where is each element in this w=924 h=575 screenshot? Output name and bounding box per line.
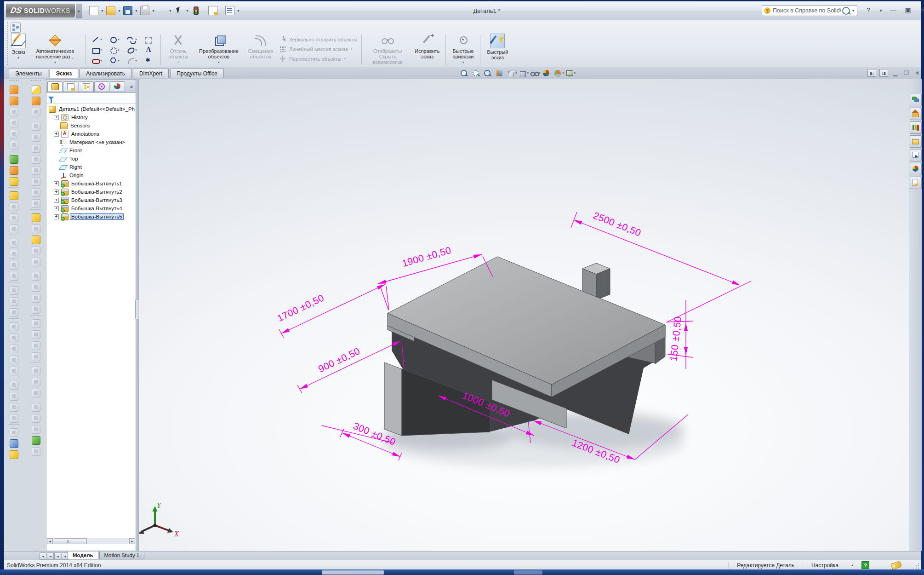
feature-tool-button[interactable] (30, 377, 41, 387)
dropdown-arrow-icon[interactable]: ▾ (236, 5, 241, 17)
feature-tool-button[interactable] (8, 165, 19, 176)
tree-item[interactable]: Top (46, 155, 136, 163)
quick-tips-icon[interactable]: ? (861, 561, 869, 569)
dimension-1700[interactable]: 1700 ±0,50 (275, 292, 325, 323)
polygon-tool[interactable]: ▾ (106, 55, 123, 66)
apply-scene[interactable]: ▾ (553, 69, 565, 78)
search-input[interactable]: Поиск в Справке по SolidWorks (773, 7, 841, 14)
feature-tool-button[interactable] (8, 129, 19, 139)
tree-item[interactable]: Annotations (46, 130, 136, 138)
command-tab[interactable]: Продукты Office (170, 69, 224, 78)
appearances-scenes[interactable] (910, 163, 922, 175)
tab-dimxpert-manager[interactable] (94, 81, 109, 92)
help-dropdown-icon[interactable]: ▾ (878, 5, 884, 15)
view-settings[interactable]: ▾ (565, 69, 576, 78)
panel-expand-chevron[interactable]: » (130, 84, 135, 89)
feature-tool-button[interactable] (8, 391, 19, 402)
feature-tool-button[interactable] (8, 213, 19, 223)
taskbar-item[interactable] (322, 570, 384, 575)
feature-tool-button[interactable] (30, 435, 41, 446)
zoom-to-area[interactable]: ▾ (472, 69, 483, 78)
dropdown-arrow-icon[interactable]: ▾ (562, 71, 564, 75)
tab-featuremanager-design-tree[interactable] (47, 81, 63, 92)
file-properties[interactable] (207, 5, 219, 17)
solidworks-resources[interactable] (910, 108, 922, 120)
tab-property-manager[interactable] (63, 81, 78, 92)
line-tool[interactable]: ▾ (88, 34, 106, 45)
dropdown-arrow-icon[interactable]: ▾ (185, 5, 190, 17)
tree-item[interactable]: Front (46, 146, 136, 155)
command-tab[interactable]: DimXpert (133, 69, 169, 78)
feature-tool-button[interactable] (8, 96, 19, 106)
tree-item[interactable]: Бобышка-Вытянуть4 (46, 204, 136, 213)
feature-tool-button[interactable] (30, 224, 41, 234)
expand-icon[interactable] (54, 190, 59, 195)
feature-tool-button[interactable] (30, 257, 41, 267)
feature-tool-button[interactable] (30, 143, 41, 154)
linear-sketch-pattern-button[interactable]: Линейный массив эскиза▾ (279, 44, 357, 54)
tree-horizontal-scrollbar[interactable]: ◄ ► (47, 538, 135, 544)
doc-restore-button[interactable]: ❐ (902, 69, 910, 76)
tree-item[interactable]: Бобышка-Вытянуть2 (46, 188, 136, 196)
feature-tool-button[interactable] (8, 449, 19, 460)
dropdown-arrow-icon[interactable]: ▾ (100, 59, 102, 63)
toolbar-grip[interactable] (9, 80, 19, 84)
next-tab[interactable]: ◄ (54, 552, 61, 560)
feature-tool-button[interactable] (30, 282, 41, 293)
feature-tool-button[interactable] (30, 340, 41, 351)
first-tab[interactable]: ◄ (40, 552, 46, 560)
tree-item[interactable]: Бобышка-Вытянуть3 (46, 196, 136, 204)
expand-icon[interactable] (54, 165, 58, 169)
dropdown-arrow-icon[interactable]: ▾ (17, 56, 19, 60)
section-view[interactable]: ▾ (495, 69, 506, 78)
tree-item[interactable]: Right (46, 163, 136, 171)
feature-tool-button[interactable] (30, 176, 41, 187)
expand-icon[interactable] (54, 132, 59, 137)
feature-tool-button[interactable] (30, 446, 41, 457)
feature-tool-button[interactable] (8, 118, 19, 128)
design-library[interactable] (910, 121, 922, 134)
centerpoint-arc-tool[interactable]: ▾ (106, 45, 123, 55)
display-hide-relations-button[interactable]: Отобразить/Скрыть взаимосвязи ▾ (365, 34, 410, 70)
configuration-popup-arrow[interactable]: ▴ (847, 563, 858, 567)
ellipse-tool[interactable]: ▾ (123, 45, 141, 55)
sketch-text-tool[interactable]: ▾ (141, 45, 158, 55)
feature-tool-button[interactable] (8, 249, 19, 259)
sketch-button[interactable]: Эскиз ▾ (11, 34, 26, 60)
file-explorer[interactable] (910, 135, 922, 148)
undo[interactable] (156, 5, 168, 17)
feature-tool-button[interactable] (30, 351, 41, 362)
selection-box-tool[interactable]: ▾ (141, 34, 158, 45)
select[interactable] (173, 5, 185, 17)
expand-icon[interactable] (54, 115, 59, 120)
options[interactable] (224, 5, 236, 17)
display-style[interactable]: ▾ (519, 69, 530, 78)
graphics-viewport[interactable]: 2500 ±0,50 1900 ±0,50 1700 ±0,50 900 ±0,… (139, 79, 909, 551)
save[interactable] (122, 5, 134, 17)
feature-tool-button[interactable] (8, 438, 19, 449)
dropdown-arrow-icon[interactable]: ▾ (118, 59, 120, 63)
sketch-fillet-tool[interactable]: ▾ (123, 55, 141, 66)
minimize-button[interactable]: — (888, 5, 899, 15)
feature-tool-button[interactable] (8, 333, 19, 343)
dropdown-arrow-icon[interactable]: ▾ (515, 71, 517, 75)
feature-tool-button[interactable] (8, 154, 19, 165)
rebuild[interactable] (190, 5, 202, 17)
toolbar-grip[interactable] (31, 80, 41, 84)
expand-icon[interactable] (54, 173, 58, 178)
dropdown-arrow-icon[interactable]: ▾ (574, 71, 576, 75)
feature-tool-button[interactable] (8, 224, 19, 234)
doc-minimize-button[interactable]: ▁ (891, 69, 899, 76)
view-palette[interactable] (910, 149, 922, 161)
solidworks-forum[interactable] (910, 94, 922, 106)
feature-tool-button[interactable] (30, 85, 41, 95)
expand-icon[interactable] (54, 198, 59, 203)
tree-root-part[interactable]: Деталь1 (Default<<Default>_Ph (46, 105, 136, 113)
feature-tool-button[interactable] (8, 285, 19, 296)
dimension-900[interactable]: 900 ±0,50 (317, 345, 362, 374)
search-dropdown-icon[interactable]: ▾ (851, 9, 855, 13)
dropdown-arrow-icon[interactable]: ▾ (100, 38, 102, 41)
print[interactable] (139, 5, 151, 17)
feature-tool-button[interactable] (8, 402, 19, 413)
expand-icon[interactable] (54, 124, 58, 128)
